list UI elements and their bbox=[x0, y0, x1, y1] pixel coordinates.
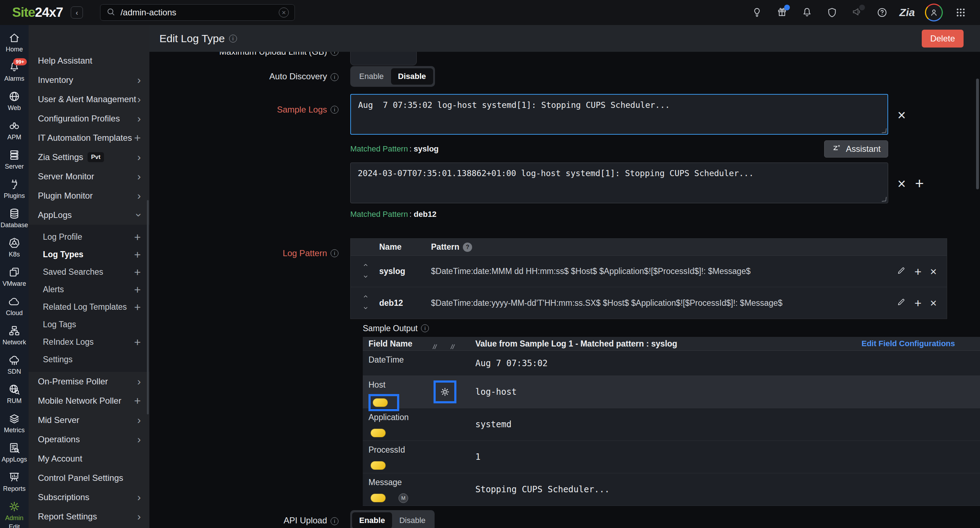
user-avatar[interactable] bbox=[925, 3, 943, 21]
database-icon bbox=[8, 208, 21, 220]
move-down-icon[interactable] bbox=[362, 306, 369, 312]
rail-item[interactable]: Cloud bbox=[0, 292, 29, 321]
field-name: DateTime bbox=[369, 355, 434, 365]
move-down-icon[interactable] bbox=[362, 274, 369, 281]
sidebar-item[interactable]: Control Panel Settings bbox=[29, 468, 150, 488]
field-toggle[interactable] bbox=[371, 429, 386, 437]
global-search[interactable]: × bbox=[100, 4, 295, 21]
rail-item[interactable]: Database bbox=[0, 204, 29, 233]
sidebar-item[interactable]: Mobile Network Poller + bbox=[29, 391, 150, 411]
delete-pattern-icon[interactable] bbox=[930, 297, 937, 309]
sidebar-item[interactable]: Subscriptions › bbox=[29, 488, 150, 507]
help-icon[interactable] bbox=[875, 5, 889, 20]
remove-sample-log-1-icon[interactable] bbox=[897, 108, 906, 122]
rail-item[interactable]: Home bbox=[0, 28, 29, 57]
api-upload-enable-option[interactable]: Enable bbox=[352, 512, 392, 528]
apps-grid-icon[interactable] bbox=[953, 5, 968, 20]
sidebar-item[interactable]: Help Assistant bbox=[29, 51, 150, 70]
rail-item[interactable]: K8s bbox=[0, 233, 29, 262]
zia-icon[interactable]: Zia bbox=[900, 5, 914, 20]
info-icon bbox=[331, 73, 339, 81]
alarm-count-badge: 99+ bbox=[13, 58, 27, 65]
sidebar-subitem[interactable]: Log Types + bbox=[29, 246, 150, 263]
api-upload-toggle: Enable Disable bbox=[350, 510, 434, 528]
add-pattern-icon[interactable] bbox=[914, 265, 921, 277]
delete-button[interactable]: Delete bbox=[922, 30, 964, 48]
rail-item[interactable]: AppLogs bbox=[0, 438, 29, 467]
sidebar-subitem[interactable]: Log Profile + bbox=[29, 228, 150, 246]
sidebar-item[interactable]: Mid Server › bbox=[29, 411, 150, 430]
remove-sample-log-2-icon[interactable] bbox=[897, 176, 906, 191]
sidebar-item[interactable]: Share › bbox=[29, 526, 150, 528]
sidebar-item-label: IT Automation Templates bbox=[38, 133, 132, 143]
sidebar-collapse-button[interactable]: ‹ bbox=[71, 6, 83, 19]
search-input[interactable] bbox=[121, 8, 279, 17]
rail-item[interactable]: Metrics bbox=[0, 409, 29, 438]
edit-pattern-icon[interactable] bbox=[896, 298, 906, 308]
sample-log-1-textarea[interactable]: Aug 7 07:35:02 log-host systemd[1]: Stop… bbox=[350, 94, 888, 135]
sidebar-item[interactable]: My Account bbox=[29, 449, 150, 468]
sidebar-item[interactable]: IT Automation Templates + bbox=[29, 128, 150, 147]
api-upload-disable-option[interactable]: Disable bbox=[392, 512, 433, 528]
sidebar-subitem[interactable]: Log Tags bbox=[29, 316, 150, 333]
rail-item[interactable]: Network bbox=[0, 321, 29, 350]
sample-log-2-textarea[interactable]: 2024-03-07T07:35:01.138862+01:00 log-hos… bbox=[350, 163, 888, 203]
rail-item[interactable]: 99+ Alarms bbox=[0, 57, 29, 86]
rail-item[interactable]: Reports bbox=[0, 467, 29, 496]
sample-log-1-actions bbox=[897, 108, 906, 122]
rail-item[interactable]: VMware bbox=[0, 262, 29, 292]
sidebar-subitem[interactable]: Saved Searches + bbox=[29, 263, 150, 281]
announcements-megaphone-icon[interactable] bbox=[850, 5, 864, 20]
edit-pattern-icon[interactable] bbox=[896, 266, 906, 277]
site24x7-logo[interactable]: Site24x7 bbox=[12, 5, 63, 20]
rail-item[interactable]: RUM bbox=[0, 379, 29, 409]
sidebar-item[interactable]: Operations › bbox=[29, 430, 150, 449]
sidebar-item[interactable]: Plugin Monitor › bbox=[29, 186, 150, 205]
bulb-icon[interactable] bbox=[750, 5, 764, 20]
rail-item-label: Server bbox=[5, 163, 24, 170]
gift-icon[interactable] bbox=[775, 5, 789, 20]
field-toggle[interactable] bbox=[373, 398, 388, 407]
sidebar-item-label: On-Premise Poller bbox=[38, 377, 108, 387]
sidebar-subitem[interactable]: Settings bbox=[29, 351, 150, 368]
main-scrollbar[interactable] bbox=[976, 79, 979, 189]
rail-item[interactable]: Server bbox=[0, 145, 29, 174]
gear-icon[interactable] bbox=[437, 384, 453, 400]
pattern-help-icon[interactable]: ? bbox=[463, 243, 472, 252]
sidebar-subitem[interactable]: Alerts + bbox=[29, 281, 150, 298]
delete-pattern-icon[interactable] bbox=[930, 266, 937, 277]
rail-item[interactable]: Plugins bbox=[0, 174, 29, 204]
rail-item[interactable]: Admin bbox=[0, 496, 29, 526]
notifications-bell-icon[interactable] bbox=[800, 5, 814, 20]
rail-item[interactable]: APM bbox=[0, 116, 29, 145]
field-toggle[interactable] bbox=[371, 494, 386, 502]
move-up-icon[interactable] bbox=[362, 294, 369, 300]
sidebar-item[interactable]: AppLogs › bbox=[29, 205, 150, 225]
auto-discovery-enable-option[interactable]: Enable bbox=[352, 68, 391, 85]
column-resize-handle[interactable] bbox=[450, 344, 453, 349]
rail-item[interactable]: Web bbox=[0, 86, 29, 116]
sidebar-item[interactable]: Configuration Profiles › bbox=[29, 109, 150, 128]
rail-item[interactable]: SDN bbox=[0, 350, 29, 379]
add-sample-log-icon[interactable] bbox=[915, 176, 924, 191]
add-pattern-icon[interactable] bbox=[914, 297, 921, 309]
sidebar-item[interactable]: User & Alert Management › bbox=[29, 90, 150, 109]
auto-discovery-row: Auto Discovery Enable Disable bbox=[150, 66, 980, 87]
field-toggle[interactable] bbox=[371, 461, 386, 470]
sidebar-item[interactable]: Zia Settings Pvt › bbox=[29, 147, 150, 167]
sidebar-item[interactable]: Inventory › bbox=[29, 70, 150, 90]
move-up-icon[interactable] bbox=[362, 263, 369, 269]
sidebar-item[interactable]: Server Monitor › bbox=[29, 167, 150, 186]
search-clear-icon[interactable]: × bbox=[279, 8, 289, 17]
zia-assistant-button[interactable]: Assistant bbox=[824, 140, 888, 157]
shield-icon[interactable] bbox=[825, 5, 839, 20]
sidebar-item[interactable]: On-Premise Poller › bbox=[29, 372, 150, 391]
sidebar-scrollbar[interactable] bbox=[147, 200, 149, 414]
rail-item-edit[interactable]: Edit bbox=[0, 523, 29, 528]
sidebar-subitem[interactable]: Related Log Templates + bbox=[29, 298, 150, 316]
auto-discovery-disable-option[interactable]: Disable bbox=[391, 68, 433, 85]
edit-field-configurations-link[interactable]: Edit Field Configurations bbox=[861, 339, 955, 348]
sidebar-subitem[interactable]: ReIndex Logs + bbox=[29, 333, 150, 351]
auto-discovery-label: Auto Discovery bbox=[150, 71, 350, 81]
sidebar-item[interactable]: Report Settings › bbox=[29, 507, 150, 526]
